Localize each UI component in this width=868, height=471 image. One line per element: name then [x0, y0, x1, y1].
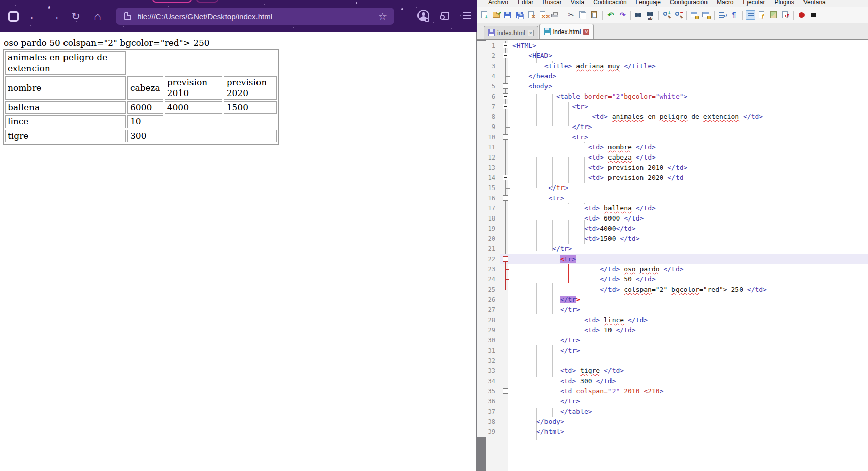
menu-item-codificación[interactable]: Codificación	[589, 0, 631, 6]
code-line-38[interactable]: 38 </body>	[477, 417, 868, 427]
code-line-7[interactable]: 7 <tr>	[477, 102, 868, 112]
toolbar-icon-cut[interactable]: ✂	[566, 10, 576, 20]
code-line-17[interactable]: 17 <td> ballena </td>	[477, 203, 868, 213]
fold-margin-box[interactable]	[500, 254, 511, 264]
fold-collapse-icon[interactable]	[503, 195, 508, 201]
code-line-12[interactable]: 12 <td> cabeza </td>	[477, 152, 868, 163]
fold-margin-box[interactable]	[500, 41, 511, 51]
menu-item-editar[interactable]: Editar	[513, 0, 538, 6]
code-line-31[interactable]: 31 </tr>	[477, 346, 868, 356]
toolbar-icon-copy[interactable]	[578, 10, 588, 20]
toolbar-icon-print[interactable]	[550, 10, 560, 20]
fold-collapse-icon[interactable]	[503, 53, 508, 58]
toolbar-icon-redo[interactable]: ↷	[618, 10, 627, 20]
toolbar-icon-play-macro[interactable]	[809, 10, 818, 20]
code-line-23[interactable]: 23 </td> oso pardo </td>	[477, 264, 868, 274]
menu-item-ventana[interactable]: Ventana	[799, 0, 830, 6]
code-line-15[interactable]: 15 </tr>	[477, 183, 868, 193]
menu-hamburger-icon[interactable]	[463, 12, 471, 19]
code-line-20[interactable]: 20 <td>1500 </td>	[477, 234, 868, 244]
toolbar-icon-replace[interactable]: ab	[646, 10, 655, 20]
code-line-3[interactable]: 3 <title> adriana muy </title>	[477, 61, 868, 71]
toolbar-icon-close-all[interactable]: ✕✕	[538, 10, 548, 20]
toolbar-icon-zoom-out[interactable]: −	[673, 10, 683, 20]
reload-icon[interactable]: ↻	[68, 9, 83, 24]
menu-item-buscar[interactable]: Buscar	[538, 0, 566, 6]
code-line-37[interactable]: 37 </table>	[477, 406, 868, 417]
menu-item-plugins[interactable]: Plugins	[769, 0, 798, 6]
toolbar-icon-save-all[interactable]	[515, 10, 525, 20]
toolbar-icon-open-file[interactable]: ↗	[492, 10, 501, 20]
code-line-11[interactable]: 11 <td> nombre </td>	[477, 142, 868, 152]
editor[interactable]: 1<HTML>2 <HEAD>3 <title> adriana muy </t…	[477, 40, 868, 471]
toolbar-icon-word-wrap[interactable]: ↵	[718, 10, 727, 20]
code-line-34[interactable]: 34 <td> 300 </td>	[477, 376, 868, 386]
code-line-4[interactable]: 4 </head>	[477, 71, 868, 81]
toolbar-icon-function-list[interactable]: ƒ	[757, 10, 767, 20]
code-line-2[interactable]: 2 <HEAD>	[477, 51, 868, 61]
menu-item-vista[interactable]: Vista	[566, 0, 589, 6]
home-icon[interactable]: ⌂	[90, 9, 105, 24]
code-line-35[interactable]: 35 <td colspan="2" 2010 <210>	[477, 386, 868, 396]
fold-collapse-icon[interactable]	[503, 256, 508, 262]
fold-margin-box[interactable]	[500, 173, 511, 183]
code-line-26[interactable]: 26 </tr>	[477, 295, 868, 305]
toolbar-icon-show-all-characters[interactable]: ¶	[729, 10, 739, 20]
back-icon[interactable]: ←	[26, 9, 42, 24]
toolbar-icon-record-macro[interactable]	[797, 10, 807, 20]
code-line-5[interactable]: 5 <body>	[477, 81, 868, 91]
toolbar-icon-zoom-in[interactable]: +	[662, 10, 671, 20]
code-line-24[interactable]: 24 </td> 50 </td>	[477, 274, 868, 285]
tab-index.html-inactive[interactable]: index.html✕	[484, 26, 538, 39]
code-line-22[interactable]: 22 <tr>	[477, 254, 868, 264]
fold-margin-box[interactable]	[500, 132, 511, 142]
toolbar-icon-new-file[interactable]: +	[480, 10, 490, 20]
toolbar-icon-indent-guide[interactable]	[746, 10, 755, 20]
fold-margin-box[interactable]	[500, 386, 511, 396]
menu-item-ejecutar[interactable]: Ejecutar	[738, 0, 769, 6]
code-line-8[interactable]: 8 <td> animales en peligro de extencion …	[477, 112, 868, 122]
tab-index.html-active[interactable]: index.html✕	[539, 24, 594, 39]
address-bar[interactable]: file:///C:/Users/GNet/Desktop/index.html…	[116, 8, 394, 25]
code-line-6[interactable]: 6 <table border="2"bgcolor="white">	[477, 91, 868, 102]
code-line-9[interactable]: 9 </tr>	[477, 122, 868, 132]
toolbar-icon-document-switcher[interactable]: ↺	[781, 10, 790, 20]
code-line-32[interactable]: 32	[477, 356, 868, 366]
code-line-13[interactable]: 13 <td> prevision 2010 </td>	[477, 163, 868, 173]
code-line-14[interactable]: 14 <td> prevision 2020 </td	[477, 173, 868, 183]
fold-margin-box[interactable]	[500, 102, 511, 112]
code-line-30[interactable]: 30 </tr>	[477, 335, 868, 346]
fold-collapse-icon[interactable]	[503, 175, 508, 180]
toolbar-icon-close[interactable]: ✕	[527, 10, 536, 20]
menu-item-macro[interactable]: Macro	[712, 0, 738, 6]
code-line-33[interactable]: 33 <td> tigre </td>	[477, 366, 868, 376]
code-line-19[interactable]: 19 <td>4000</td>	[477, 224, 868, 234]
toolbar-icon-find[interactable]	[634, 10, 644, 20]
code-line-10[interactable]: 10 <tr>	[477, 132, 868, 142]
toolbar-icon-sync-horizontal-scroll[interactable]	[701, 10, 711, 20]
extensions-puzzle-icon[interactable]	[441, 12, 449, 20]
code-line-18[interactable]: 18 <td> 6000 </td>	[477, 213, 868, 224]
code-line-16[interactable]: 16 <tr>	[477, 193, 868, 203]
code-line-28[interactable]: 28 <td> lince </td>	[477, 315, 868, 325]
menu-item-archivo[interactable]: Archivo	[484, 0, 513, 6]
code-line-39[interactable]: 39 </html>	[477, 427, 868, 437]
toolbar-icon-document-map[interactable]	[769, 10, 779, 20]
tab-close-icon[interactable]: ✕	[583, 29, 589, 35]
code-line-36[interactable]: 36 </tr>	[477, 396, 868, 406]
fold-collapse-icon[interactable]	[503, 134, 508, 140]
code-line-27[interactable]: 27 </tr>	[477, 305, 868, 315]
tab-close-icon[interactable]: ✕	[528, 30, 534, 36]
fold-collapse-icon[interactable]	[503, 43, 508, 48]
toolbar-icon-paste[interactable]	[590, 10, 599, 20]
code-line-29[interactable]: 29 <td> 10 </td>	[477, 325, 868, 335]
toolbar-icon-undo[interactable]: ↶	[606, 10, 616, 20]
fold-margin-box[interactable]	[500, 51, 511, 61]
fold-margin-box[interactable]	[500, 193, 511, 203]
toolbar-icon-save[interactable]	[503, 10, 513, 20]
fold-collapse-icon[interactable]	[503, 93, 508, 99]
menu-item-lenguaje[interactable]: Lenguaje	[631, 0, 665, 6]
fold-collapse-icon[interactable]	[503, 388, 508, 394]
bookmark-star-icon[interactable]: ☆	[378, 11, 387, 22]
fold-margin-box[interactable]	[500, 91, 511, 102]
